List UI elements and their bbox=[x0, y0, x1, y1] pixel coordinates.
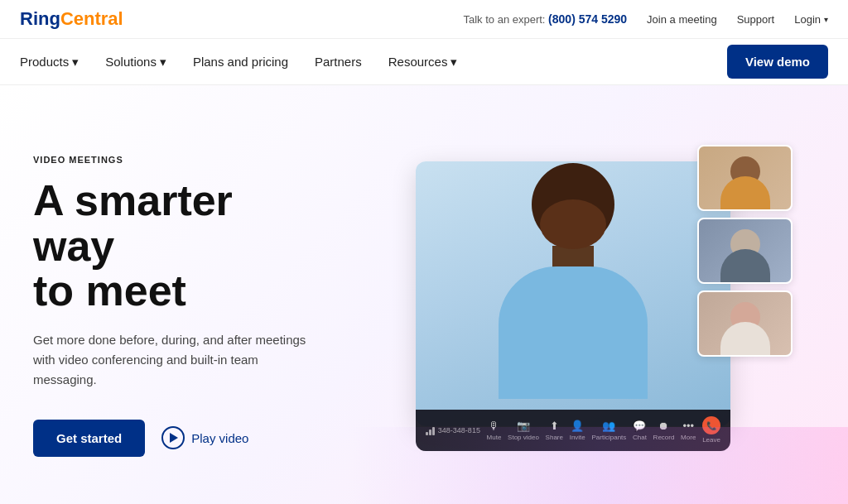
hero-actions: Get started Play video bbox=[33, 420, 315, 457]
video-thumb-2 bbox=[697, 218, 793, 284]
control-more[interactable]: ••• More bbox=[681, 420, 696, 441]
control-invite[interactable]: 👤 Invite bbox=[570, 420, 585, 441]
share-icon: ⬆ bbox=[550, 420, 559, 432]
nav-plans[interactable]: Plans and pricing bbox=[193, 55, 288, 69]
main-video bbox=[416, 161, 730, 426]
nav-products[interactable]: Products ▾ bbox=[20, 55, 79, 70]
chat-icon: 💬 bbox=[633, 420, 646, 432]
person-body-2 bbox=[720, 249, 770, 282]
person-body-1 bbox=[720, 176, 770, 209]
video-thumb-1 bbox=[697, 145, 793, 211]
expert-text: Talk to an expert: (800) 574 5290 bbox=[463, 12, 627, 26]
top-bar: RingCentral Talk to an expert: (800) 574… bbox=[0, 0, 848, 39]
support-link[interactable]: Support bbox=[737, 13, 775, 26]
phone-number[interactable]: (800) 574 5290 bbox=[548, 12, 627, 26]
signal-bars-icon bbox=[426, 425, 435, 435]
view-demo-button[interactable]: View demo bbox=[727, 45, 828, 79]
top-bar-right: Talk to an expert: (800) 574 5290 Join a… bbox=[463, 12, 828, 26]
play-video-button[interactable]: Play video bbox=[161, 426, 248, 449]
control-video[interactable]: 📷 Stop video bbox=[508, 420, 539, 441]
nav-bar: Products ▾ Solutions ▾ Plans and pricing… bbox=[0, 39, 848, 85]
video-container: 348-348-815 🎙 Mute 📷 Stop video ⬆ Share … bbox=[399, 145, 797, 451]
logo: RingCentral bbox=[20, 8, 123, 30]
control-chat[interactable]: 💬 Chat bbox=[633, 420, 647, 441]
logo-ring: Ring bbox=[20, 8, 60, 30]
call-info: 348-348-815 bbox=[426, 425, 480, 435]
person-body-3 bbox=[720, 322, 770, 355]
call-id: 348-348-815 bbox=[438, 426, 480, 434]
control-mute[interactable]: 🎙 Mute bbox=[487, 420, 502, 441]
chevron-down-icon: ▾ bbox=[160, 55, 166, 70]
control-participants[interactable]: 👥 Participants bbox=[592, 420, 627, 441]
invite-icon: 👤 bbox=[571, 420, 584, 432]
chevron-down-icon: ▾ bbox=[824, 15, 828, 24]
nav-resources[interactable]: Resources ▾ bbox=[388, 55, 458, 70]
control-share[interactable]: ⬆ Share bbox=[546, 420, 563, 441]
record-icon: ⏺ bbox=[658, 420, 669, 432]
sidebar-videos bbox=[697, 145, 797, 357]
hero-section: VIDEO MEETINGS A smarter way to meet Get… bbox=[0, 85, 848, 504]
participants-icon: 👥 bbox=[602, 420, 615, 432]
hero-title: A smarter way to meet bbox=[33, 178, 315, 314]
login-button[interactable]: Login ▾ bbox=[794, 13, 828, 26]
nav-solutions[interactable]: Solutions ▾ bbox=[105, 55, 166, 70]
mute-icon: 🎙 bbox=[489, 420, 499, 432]
chevron-down-icon: ▾ bbox=[450, 55, 457, 70]
join-meeting-link[interactable]: Join a meeting bbox=[647, 13, 717, 26]
control-record[interactable]: ⏺ Record bbox=[653, 420, 675, 441]
chevron-down-icon: ▾ bbox=[72, 55, 79, 70]
hero-right: 348-348-815 🎙 Mute 📷 Stop video ⬆ Share … bbox=[348, 85, 848, 504]
logo-central: Central bbox=[60, 8, 123, 30]
video-controls: 348-348-815 🎙 Mute 📷 Stop video ⬆ Share … bbox=[416, 410, 730, 451]
camera-icon: 📷 bbox=[517, 420, 530, 432]
get-started-button[interactable]: Get started bbox=[33, 420, 145, 457]
control-leave[interactable]: 📞 Leave bbox=[702, 416, 720, 444]
nav-partners[interactable]: Partners bbox=[315, 55, 362, 69]
hero-tag: VIDEO MEETINGS bbox=[33, 155, 315, 165]
top-bar-left: RingCentral bbox=[20, 8, 123, 30]
leave-icon: 📞 bbox=[702, 416, 720, 434]
nav-left: Products ▾ Solutions ▾ Plans and pricing… bbox=[20, 55, 457, 70]
hero-description: Get more done before, during, and after … bbox=[33, 330, 315, 390]
video-thumb-3 bbox=[697, 290, 793, 357]
more-icon: ••• bbox=[682, 420, 694, 432]
play-icon bbox=[161, 426, 185, 449]
hero-left: VIDEO MEETINGS A smarter way to meet Get… bbox=[0, 85, 348, 504]
